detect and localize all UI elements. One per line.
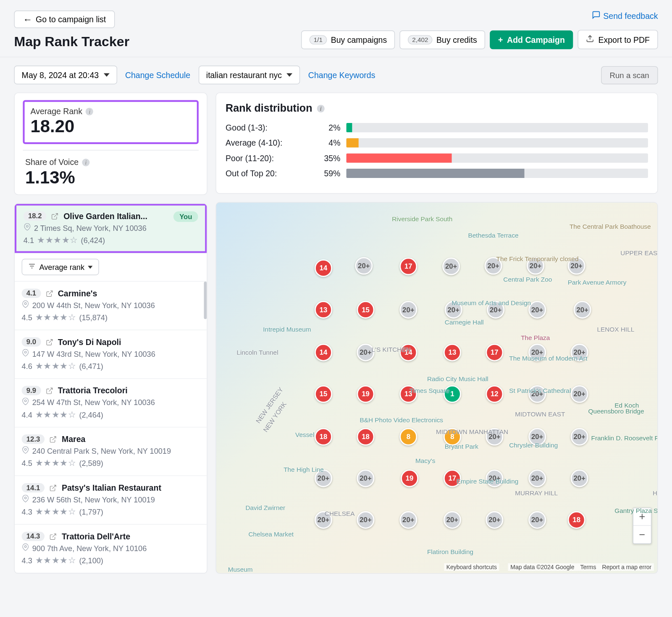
map-rank-pin[interactable]: 20+: [574, 301, 591, 319]
your-business-name: Olive Garden Italian...: [63, 212, 147, 221]
date-value: May 8, 2024 at 20:43: [22, 70, 99, 79]
map-rank-pin[interactable]: 13: [444, 344, 461, 361]
map-attribution: Map data ©2024 Google: [510, 564, 574, 570]
map-poi-label: Franklin D. Roosevelt Four Freedoms Stat…: [591, 434, 658, 442]
map-keyboard-shortcuts[interactable]: Keyboard shortcuts: [444, 563, 499, 571]
map-rank-pin[interactable]: 20+: [571, 470, 588, 487]
external-link-icon[interactable]: [45, 387, 53, 394]
change-keywords-link[interactable]: Change Keywords: [308, 70, 375, 79]
map-rank-pin[interactable]: 19: [401, 470, 418, 487]
map-poi-label: Carnegie Hall: [445, 319, 484, 326]
zoom-out-button[interactable]: −: [633, 526, 651, 544]
map-rank-pin[interactable]: 20+: [357, 470, 375, 487]
competitor-reviews: (15,874): [79, 313, 108, 322]
map-rank-pin[interactable]: 13: [315, 301, 332, 319]
competitor-reviews: (6,471): [79, 361, 103, 370]
external-link-icon[interactable]: [50, 435, 57, 443]
map-report-link[interactable]: Report a map error: [602, 564, 651, 570]
buy-campaigns-button[interactable]: 1/1 Buy campaigns: [301, 30, 395, 49]
sov-value: 1.13%: [25, 167, 196, 187]
map-rank-pin[interactable]: 20+: [528, 511, 546, 529]
map-rank-pin[interactable]: 18: [315, 428, 332, 446]
competitor-item[interactable]: 12.3 Marea 240 Central Park S, New York,…: [15, 427, 207, 476]
keyword-select[interactable]: italian restaurant nyc: [199, 65, 300, 84]
map-poi-label: The Plaza: [521, 335, 550, 342]
map-rank-pin[interactable]: 20+: [528, 470, 546, 487]
date-select[interactable]: May 8, 2024 at 20:43: [14, 65, 117, 84]
competitor-item[interactable]: 4.1 Carmine's 200 W 44th St, New York, N…: [15, 282, 207, 330]
buy-credits-button[interactable]: 2,402 Buy credits: [400, 30, 485, 49]
dist-label: Average (4-10):: [226, 138, 313, 147]
export-label: Export to PDF: [598, 35, 650, 44]
rank-pill: 18.2: [24, 212, 47, 221]
map-rank-pin[interactable]: 20+: [528, 301, 546, 319]
sort-select[interactable]: Average rank: [22, 259, 99, 275]
map-terms-link[interactable]: Terms: [580, 564, 596, 570]
plus-icon: [498, 35, 503, 44]
map-rank-pin[interactable]: 18: [357, 428, 375, 446]
feedback-icon: [591, 10, 600, 21]
dist-label: Poor (11-20):: [226, 153, 313, 162]
map-rank-pin[interactable]: 18: [568, 511, 585, 529]
your-business-item[interactable]: 18.2 Olive Garden Italian... You 2 Times…: [15, 204, 207, 253]
scrollbar[interactable]: [204, 282, 207, 319]
external-link-icon[interactable]: [45, 290, 53, 297]
info-icon[interactable]: i: [317, 105, 325, 112]
map-rank-pin[interactable]: 20+: [357, 511, 375, 529]
map-poi-label: Times Square: [410, 387, 449, 394]
change-schedule-link[interactable]: Change Schedule: [125, 70, 190, 79]
map-rank-pin[interactable]: 14: [315, 259, 332, 277]
map-rank-pin[interactable]: 15: [315, 385, 332, 403]
info-icon[interactable]: i: [86, 107, 93, 115]
dist-pct: 2%: [313, 123, 340, 132]
map-rank-pin[interactable]: 17: [486, 344, 503, 361]
competitor-item[interactable]: 9.0 Tony's Di Napoli 147 W 43rd St, New …: [15, 330, 207, 379]
avg-rank-label: Average Rank: [31, 107, 82, 116]
dist-pct: 4%: [313, 138, 340, 147]
add-campaign-button[interactable]: Add Campaign: [490, 30, 573, 49]
map-rank-pin[interactable]: 17: [399, 258, 417, 275]
external-link-icon[interactable]: [50, 533, 57, 540]
map-poi-label: Vessel: [295, 431, 314, 438]
info-icon[interactable]: i: [82, 158, 89, 166]
map-rank-pin[interactable]: 19: [357, 385, 375, 403]
map-rank-pin[interactable]: 20+: [355, 257, 373, 275]
export-pdf-button[interactable]: Export to PDF: [578, 30, 658, 49]
chevron-down-icon: [88, 266, 92, 269]
map-rank-pin[interactable]: 15: [357, 301, 375, 319]
external-link-icon[interactable]: [50, 484, 57, 492]
competitor-name: Marea: [62, 434, 85, 444]
map-rank-pin[interactable]: 12: [486, 385, 503, 403]
back-label: Go to campaign list: [36, 15, 106, 24]
map-rank-pin[interactable]: 20+: [444, 511, 461, 529]
competitor-item[interactable]: 14.1 Patsy's Italian Restaurant 236 W 56…: [15, 476, 207, 525]
external-link-icon[interactable]: [51, 212, 59, 220]
map-rank-pin[interactable]: 20+: [399, 511, 417, 529]
back-to-campaigns-button[interactable]: Go to campaign list: [14, 10, 115, 28]
buy-credits-count: 2,402: [408, 35, 432, 44]
competitor-item[interactable]: 14.3 Trattoria Dell'Arte 900 7th Ave, Ne…: [15, 525, 207, 573]
map-poi-label: Riverside Park South: [392, 215, 452, 222]
competitor-rating: 4.5: [22, 313, 32, 322]
map-rank-pin[interactable]: 20+: [399, 301, 417, 319]
competitor-address: 254 W 47th St, New York, NY 10036: [32, 398, 155, 407]
run-scan-button[interactable]: Run a scan: [601, 66, 658, 84]
map-rank-pin[interactable]: 20+: [571, 428, 588, 446]
send-feedback-link[interactable]: Send feedback: [591, 10, 658, 21]
buy-campaigns-label: Buy campaigns: [331, 35, 387, 44]
map-rank-pin[interactable]: 20+: [442, 258, 460, 275]
dist-row: Average (4-10): 4%: [226, 138, 648, 147]
map-rank-pin[interactable]: 8: [399, 428, 417, 446]
competitor-item[interactable]: 9.9 Trattoria Trecolori 254 W 47th St, N…: [15, 379, 207, 428]
map-poi-label: Lincoln Tunnel: [237, 349, 278, 356]
map-poi-label: Bethesda Terrace: [468, 232, 519, 239]
map-rank-pin[interactable]: 20+: [486, 511, 503, 529]
map-rank-pin[interactable]: 20+: [571, 385, 588, 403]
map-rank-pin[interactable]: 14: [315, 344, 332, 361]
external-link-icon[interactable]: [45, 338, 53, 346]
svg-point-1: [24, 303, 26, 305]
map-poi-label: Intrepid Museum: [263, 326, 311, 333]
map[interactable]: + − Keyboard shortcuts Map data ©2024 Go…: [215, 202, 658, 574]
arrow-left-icon: [23, 15, 31, 24]
your-address: 2 Times Sq, New York, NY 10036: [34, 223, 147, 232]
